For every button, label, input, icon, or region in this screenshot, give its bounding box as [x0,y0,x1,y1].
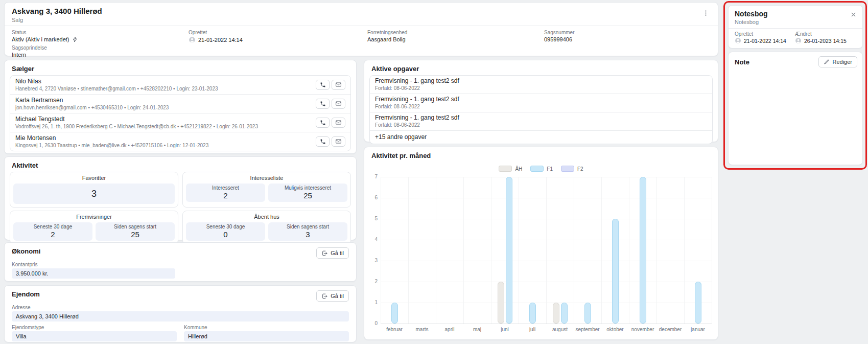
sellers-card: Sælger Nilo Nilas Hanebred 4, 2720 Vanlø… [4,60,357,154]
task-title: Fremvisning - 1. gang test2 sdf [375,77,707,84]
kebab-icon [702,9,710,17]
legend-item-ÅH[interactable]: ÅH [499,166,522,172]
maybe-interested-label: Muligvis interesseret [269,185,346,191]
seller-info: Karla Bertramsen jon.hovn.henriksen@gmai… [15,97,169,110]
task-row[interactable]: Fremvisning - 1. gang test2 sdf Forfald:… [370,94,712,112]
created-label: Oprettet [189,30,367,35]
economy-card: Økonomi Gå til Kontantpris 3.950.000 kr. [4,242,357,282]
interest-list-title: Interesseliste [186,175,347,181]
notebook-head: Notesbog Notesbog [729,6,862,25]
case-header-fields: Status Aktiv (Aktiv i markedet) Sagsopri… [5,26,718,58]
legend-label: F2 [577,166,583,172]
legend-label: F1 [547,166,553,172]
call-seller-button[interactable] [316,99,330,109]
call-seller-button[interactable] [316,118,330,128]
y-axis-tick-label: 0 [367,320,378,326]
property-title: Ejendom [12,290,40,298]
showings-last30-value: 2 [14,230,91,239]
email-seller-button[interactable] [332,80,345,90]
origin-label: Sagsoprindelse [12,45,189,51]
more-tasks-row[interactable]: +15 andre opgaver [370,130,712,144]
open-house-last30-label: Seneste 30 dage [187,224,264,230]
mail-icon [335,81,342,88]
goto-icon [321,293,328,300]
business-unit-column: Forretningsenhed Aasgaard Bolig [367,30,544,58]
open-house-since-start-label: Siden sagens start [269,224,346,230]
open-house-card: Åbent hus Seneste 30 dage 0 Siden sagens… [182,211,351,244]
call-seller-button[interactable] [316,80,330,90]
task-title: Fremvisning - 1. gang test2 sdf [375,96,707,103]
economy-body: Kontantpris 3.950.000 kr. [5,259,356,279]
legend-item-F2[interactable]: F2 [561,166,583,172]
showings-since-start-value: 25 [97,230,174,239]
gridline-horizontal [381,324,712,324]
origin-value: Intern [12,52,189,58]
seller-name: Karla Bertramsen [15,97,169,104]
email-seller-button[interactable] [332,118,345,128]
gridline-vertical [463,177,464,324]
legend-item-F1[interactable]: F1 [530,166,553,172]
y-axis-tick-label: 5 [367,216,378,221]
seller-row[interactable]: Mie Mortensen Kingosvej 1, 2630 Taastrup… [10,132,350,151]
task-row[interactable]: Fremvisning - 1. gang test2 sdf Forfald:… [370,76,712,94]
gridline-vertical [491,177,491,324]
notebook-modified-value: 26-01-2023 14:15 [804,38,847,44]
case-number-label: Sagsnummer [544,30,711,35]
chart-plot-area: 01234567februarmartsaprilmajjunijuliaugu… [381,177,712,324]
seller-row[interactable]: Michael Tengstedt Vodroffsvej 26, 1. th,… [10,113,350,132]
economy-goto-label: Gå til [331,250,344,256]
property-card: Ejendom Gå til Adresse Askvang 3, 3400 H… [4,285,357,342]
task-row[interactable]: Fremvisning - 1. gang test2 sdf Forfald:… [370,112,712,130]
task-due-date: Forfald: 08-06-2022 [375,122,707,128]
favorites-value: 3 [13,184,175,204]
status-column: Status Aktiv (Aktiv i markedet) Sagsopri… [12,30,189,58]
property-title-row: Ejendom Gå til [5,286,356,302]
more-menu-button[interactable] [699,7,712,19]
x-axis-month-label: marts [408,327,436,332]
seller-actions [316,136,345,147]
interest-list-card: Interesseliste Interesseret 2 Muligvis i… [182,172,351,208]
avatar-icon [795,37,802,44]
phone-icon [320,101,326,107]
email-seller-button[interactable] [332,99,345,109]
seller-details: Vodroffsvej 26, 1. th, 1900 Frederiksber… [15,124,258,129]
note-edit-button[interactable]: Rediger [818,56,857,67]
business-unit-label: Forretningsenhed [367,30,544,35]
created-value-row: 21-01-2022 14:14 [189,36,367,43]
open-house-last30-stat: Seneste 30 dage 0 [186,222,265,241]
notebook-header-card: Notesbog Notesbog Oprettet 21-01-2022 14… [728,5,863,49]
bar-F1-november [640,177,646,324]
case-header-top: Askvang 3, 3400 Hillerød Salg [5,3,718,26]
seller-row[interactable]: Karla Bertramsen jon.hovn.henriksen@gmai… [10,94,350,113]
chart-legend: ÅHF1F2 [364,166,718,172]
interested-value: 2 [187,191,264,200]
showings-since-start-stat: Siden sagens start 25 [96,222,175,241]
status-lightning-icon[interactable] [72,36,78,42]
call-seller-button[interactable] [316,136,330,147]
sellers-title: Sælger [5,60,356,75]
mail-icon [335,100,342,107]
notebook-subtitle: Notesbog [735,19,857,25]
notebook-close-button[interactable] [848,9,858,19]
seller-row[interactable]: Nilo Nilas Hanebred 4, 2720 Vanløse • st… [10,76,350,94]
notebook-modified-label: Ændret [795,31,856,37]
gridline-vertical [712,177,712,324]
seller-info: Michael Tengstedt Vodroffsvej 26, 1. th,… [15,116,258,129]
favorites-card: Favoritter 3 [10,172,178,208]
activity-per-month-chart-card: Aktivitet pr. måned ÅHF1F2 01234567febru… [364,147,718,340]
showings-stats: Seneste 30 dage 2 Siden sagens start 25 [13,222,175,241]
case-title-block: Askvang 3, 3400 Hillerød Salg [12,7,102,23]
origin-field: Sagsoprindelse Intern [12,45,189,58]
favorites-title: Favoritter [13,175,175,181]
address-value: Askvang 3, 3400 Hillerød [12,311,349,322]
email-seller-button[interactable] [332,136,345,147]
open-house-last30-value: 0 [187,230,264,239]
note-edit-label: Rediger [832,59,852,65]
economy-goto-button[interactable]: Gå til [316,247,349,259]
seller-actions [316,99,345,109]
open-house-stats: Seneste 30 dage 0 Siden sagens start 3 [186,222,347,241]
legend-swatch [561,166,574,172]
x-axis-month-label: februar [381,327,408,332]
goto-icon [321,250,328,257]
property-goto-button[interactable]: Gå til [316,290,349,302]
